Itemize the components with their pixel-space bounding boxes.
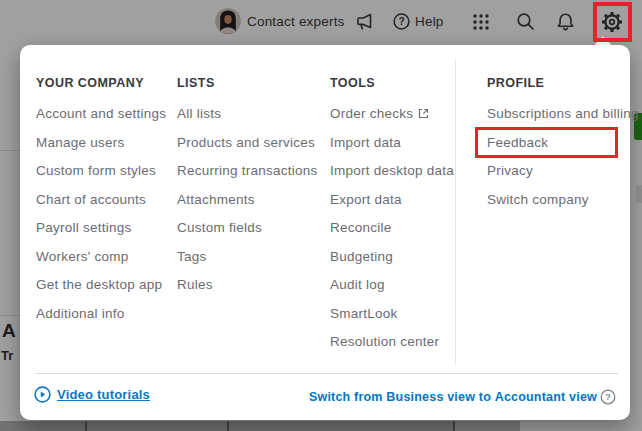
menu-item-payroll-settings[interactable]: Payroll settings [36,214,166,243]
switch-view-part: Switch from [309,390,386,404]
switch-view-text[interactable]: Switch from Business view to Accountant … [309,390,597,404]
menu-item-all-lists[interactable]: All lists [177,100,318,129]
column-title: PROFILE [487,76,639,90]
play-circle-icon [34,386,51,403]
menu-column-tools: TOOLS Order checks Import data Import de… [330,76,454,357]
menu-item-resolution-center[interactable]: Resolution center [330,328,454,357]
menu-item-list: Account and settings Manage users Custom… [36,100,166,328]
menu-item-privacy[interactable]: Privacy [487,157,639,186]
menu-item-get-the-desktop-app[interactable]: Get the desktop app [36,271,166,300]
column-title: TOOLS [330,76,454,90]
column-title: LISTS [177,76,318,90]
switch-view-part: to [475,390,495,404]
switch-view-business: Business view [386,390,475,404]
menu-item-switch-company[interactable]: Switch company [487,186,639,215]
menu-item-subscriptions-and-billing[interactable]: Subscriptions and billing [487,100,639,129]
menu-item-products-and-services[interactable]: Products and services [177,129,318,158]
app-screen: Contact experts ? Help [0,0,642,431]
video-tutorials-link[interactable]: Video tutorials [34,386,150,403]
column-title: YOUR COMPANY [36,76,166,90]
menu-item-import-data[interactable]: Import data [330,129,454,158]
menu-column-lists: LISTS All lists Products and services Re… [177,76,318,300]
menu-item-workers-comp[interactable]: Workers' comp [36,243,166,272]
menu-item-label: Order checks [330,106,413,121]
column-divider [455,59,456,365]
menu-item-account-and-settings[interactable]: Account and settings [36,100,166,129]
switch-view-help-icon[interactable]: ? [600,389,616,405]
menu-item-rules[interactable]: Rules [177,271,318,300]
svg-text:?: ? [605,392,611,402]
switch-view-link: Switch from Business view to Accountant … [309,389,616,405]
menu-item-manage-users[interactable]: Manage users [36,129,166,158]
menu-item-attachments[interactable]: Attachments [177,186,318,215]
settings-menu-panel: YOUR COMPANY Account and settings Manage… [20,45,630,420]
external-link-icon [418,108,429,119]
menu-item-order-checks[interactable]: Order checks [330,100,454,129]
menu-item-import-desktop-data[interactable]: Import desktop data [330,157,454,186]
menu-item-budgeting[interactable]: Budgeting [330,243,454,272]
menu-item-list: All lists Products and services Recurrin… [177,100,318,300]
menu-column-profile: PROFILE Subscriptions and billing Feedba… [487,76,639,214]
menu-item-custom-form-styles[interactable]: Custom form styles [36,157,166,186]
video-tutorials-label: Video tutorials [57,387,150,402]
menu-item-tags[interactable]: Tags [177,243,318,272]
menu-item-chart-of-accounts[interactable]: Chart of accounts [36,186,166,215]
menu-item-custom-fields[interactable]: Custom fields [177,214,318,243]
menu-item-recurring-transactions[interactable]: Recurring transactions [177,157,318,186]
switch-view-accountant: Accountant view [495,390,597,404]
menu-column-your-company: YOUR COMPANY Account and settings Manage… [36,76,166,328]
menu-item-smartlook[interactable]: SmartLook [330,300,454,329]
footer-divider [36,373,618,374]
menu-item-export-data[interactable]: Export data [330,186,454,215]
menu-item-feedback[interactable]: Feedback [487,129,639,158]
menu-item-list: Order checks Import data Import desktop … [330,100,454,357]
menu-item-list: Subscriptions and billing Feedback Priva… [487,100,639,214]
menu-item-reconcile[interactable]: Reconcile [330,214,454,243]
menu-item-audit-log[interactable]: Audit log [330,271,454,300]
menu-item-additional-info[interactable]: Additional info [36,300,166,329]
